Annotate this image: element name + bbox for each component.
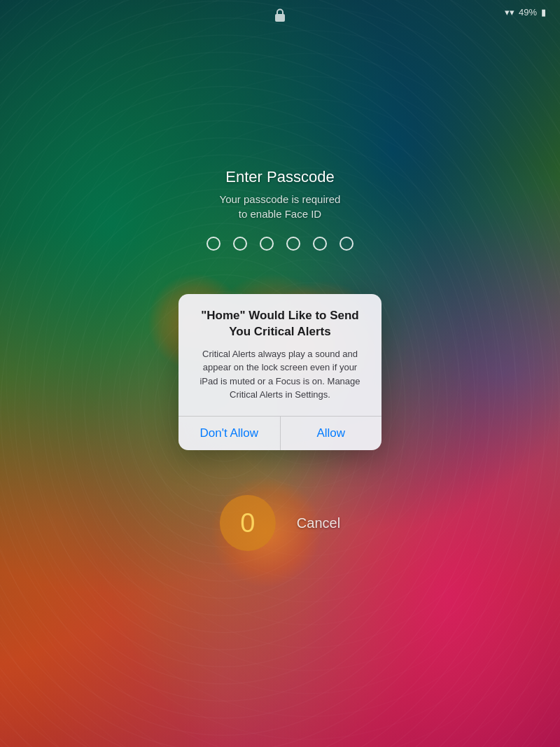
digit-zero-button[interactable]: 0 <box>220 495 276 551</box>
alert-title: "Home" Would Like to Send You Critical A… <box>192 308 368 340</box>
dot-1 <box>206 237 220 251</box>
passcode-title: Enter Passcode <box>175 168 385 186</box>
passcode-area: Enter Passcode Your passcode is required… <box>175 168 385 251</box>
alert-dialog: "Home" Would Like to Send You Critical A… <box>178 294 382 450</box>
dot-3 <box>260 237 274 251</box>
cancel-button[interactable]: Cancel <box>297 515 340 531</box>
bottom-area: 0 Cancel <box>220 495 340 551</box>
dot-6 <box>340 237 354 251</box>
dot-4 <box>286 237 300 251</box>
alert-message: Critical Alerts always play a sound and … <box>192 347 368 402</box>
lock-icon <box>274 8 286 25</box>
alert-content: "Home" Would Like to Send You Critical A… <box>178 294 382 402</box>
status-icons: ▾▾ 49% ▮ <box>505 7 546 18</box>
battery-percent: 49% <box>519 7 537 18</box>
dot-2 <box>233 237 247 251</box>
digit-zero-label: 0 <box>240 508 255 538</box>
passcode-dots <box>175 237 385 251</box>
wifi-icon: ▾▾ <box>505 7 514 18</box>
battery-icon: ▮ <box>541 7 546 18</box>
svg-rect-0 <box>275 14 285 22</box>
passcode-subtitle: Your passcode is requiredto enable Face … <box>175 192 385 221</box>
dot-5 <box>313 237 327 251</box>
dont-allow-button[interactable]: Don't Allow <box>178 417 281 450</box>
allow-button[interactable]: Allow <box>281 417 382 450</box>
alert-buttons: Don't Allow Allow <box>178 416 382 450</box>
